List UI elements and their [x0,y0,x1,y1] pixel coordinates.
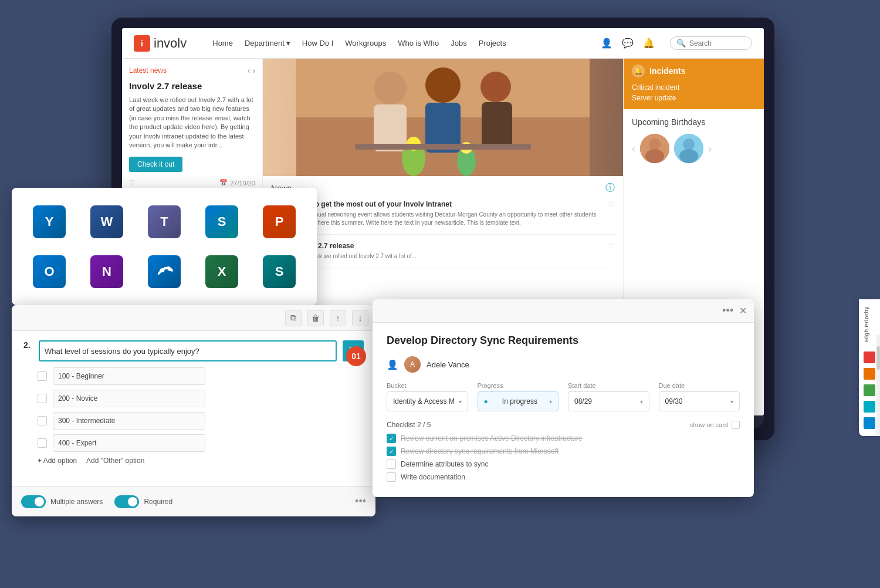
progress-dropdown-arrow: ▾ [549,398,552,405]
birthdays-section: Upcoming Birthdays ‹ [624,109,764,171]
news-item-1: 30 Oct How to get the most out of your I… [271,200,615,235]
incidents-title: Incidents [649,66,685,76]
incident-server[interactable]: Server update [632,93,756,103]
yammer-app-icon[interactable]: Y [33,205,66,238]
nav-jobs[interactable]: Jobs [451,39,466,48]
outlook-app-icon[interactable]: O [33,255,66,288]
nav-projects[interactable]: Projects [479,39,506,48]
priority-color-teal[interactable] [864,401,875,413]
next-article-button[interactable]: › [252,66,255,75]
search-box[interactable]: 🔍 [670,36,752,50]
incidents-section: 🔔 Incidents Critical incident Server upd… [624,59,764,109]
incident-critical[interactable]: Critical incident [632,82,756,93]
start-date-label: Start date [568,382,649,389]
nav-home[interactable]: Home [212,39,233,48]
bucket-field: Bucket Identity & Access M ▾ [387,382,468,411]
option-1-checkbox[interactable] [38,371,47,381]
word-app-icon[interactable]: W [90,205,123,238]
latest-news-nav: ‹ › [248,66,255,75]
prev-article-button[interactable]: ‹ [248,66,251,75]
option-3-label[interactable]: 300 - Intermediate [53,412,205,430]
priority-color-orange[interactable] [864,368,875,380]
move-down-button[interactable]: ↓ [352,310,368,326]
priority-scrollbar-thumb[interactable] [876,346,880,370]
task-modal: ••• ✕ Develop Directory Sync Requirement… [373,299,754,497]
check-it-out-button[interactable]: Check it out [129,157,182,172]
latest-news-header: Latest news ‹ › [129,66,255,75]
delete-question-button[interactable]: 🗑 [307,310,324,326]
question-row: 2. What level of sessions do you typical… [23,340,364,361]
checklist-check-2[interactable]: ✓ [387,447,396,456]
birthday-avatar-1[interactable] [640,134,669,163]
sharepoint2-app-icon[interactable]: S [263,255,296,288]
start-date-dropdown-arrow: ▾ [640,398,643,405]
option-3-checkbox[interactable] [38,416,47,425]
teams-app-icon[interactable]: T [148,205,181,238]
bucket-select[interactable]: Identity & Access M ▾ [387,391,468,411]
due-date-dropdown-arrow: ▾ [730,398,733,405]
survey-more-options[interactable]: ••• [355,495,366,508]
question-text-field[interactable]: What level of sessions do you typically … [39,340,337,361]
powerpoint-app-icon[interactable]: P [263,205,296,238]
svg-point-4 [425,67,461,103]
logo[interactable]: i involv [134,35,187,52]
option-1: 100 - Beginner [38,367,364,385]
option-4-label[interactable]: 400 - Expert [53,434,205,452]
priority-title: High Priority [864,306,875,342]
bucket-dropdown-arrow: ▾ [459,398,462,405]
excel-app-icon[interactable]: X [205,255,238,288]
news-section: News ⓘ 30 Oct How to get the most out of… [263,176,623,281]
multiple-answers-toggle[interactable] [21,495,46,508]
option-2-checkbox[interactable] [38,394,47,403]
copy-question-button[interactable]: ⧉ [285,310,302,326]
carousel-next[interactable]: › [708,143,712,155]
priority-color-red[interactable] [864,352,875,363]
checklist-check-4[interactable] [387,472,396,482]
heart-icon[interactable]: ♡ [129,179,135,187]
start-date-select[interactable]: 08/29 ▾ [568,391,649,411]
due-date-select[interactable]: 09/30 ▾ [659,391,740,411]
trash-icon: 🗑 [312,313,320,323]
checklist-text-4: Write documentation [401,473,465,481]
news-item-title-1[interactable]: How to get the most out of your Involv I… [296,200,602,208]
add-option-button[interactable]: + Add option [38,457,77,465]
task-modal-more[interactable]: ••• [722,305,733,317]
search-input[interactable] [689,39,746,48]
checklist-check-1[interactable]: ✓ [387,434,396,443]
news-info-icon[interactable]: ⓘ [605,182,615,194]
priority-color-blue[interactable] [864,417,875,429]
sharepoint-app-icon[interactable]: S [205,205,238,238]
option-1-label[interactable]: 100 - Beginner [53,367,205,385]
news-like-icon-1[interactable]: ♡ [608,200,615,227]
nav-how-do-i[interactable]: How Do I [302,39,333,48]
checklist-check-3[interactable] [387,459,396,469]
onenote-app-icon[interactable]: N [90,255,123,288]
show-on-card-checkbox[interactable] [732,421,740,429]
onedrive-app-icon[interactable] [148,255,181,288]
article-body: Last week we rolled out Involv 2.7 with … [129,96,255,150]
user-icon[interactable]: 👤 [600,36,614,50]
news-like-icon-2[interactable]: ♡ [608,242,615,261]
arrow-down-icon: ↓ [358,313,363,323]
required-toggle[interactable] [114,495,139,508]
nav-department[interactable]: Department ▾ [245,39,290,48]
progress-field: Progress ● In progress ▾ [478,382,559,411]
option-2-label[interactable]: 200 - Novice [53,390,205,407]
move-up-button[interactable]: ↑ [330,310,346,326]
checklist-text-3: Determine attributes to sync [401,460,488,468]
carousel-prev[interactable]: ‹ [632,143,635,155]
task-modal-close-button[interactable]: ✕ [739,305,747,316]
date-badge: 01 [346,346,366,366]
chat-icon[interactable]: 💬 [621,36,635,50]
nav-who-is-who[interactable]: Who is Who [398,39,439,48]
progress-select[interactable]: ● In progress ▾ [478,391,559,411]
option-4-checkbox[interactable] [38,438,47,448]
priority-color-green[interactable] [864,384,875,396]
arrow-up-icon: ↑ [336,313,340,323]
add-other-option-button[interactable]: Add "Other" option [86,457,144,465]
checklist-text-1: Review current on-premises Active Direct… [401,434,582,442]
nav-workgroups[interactable]: Workgroups [345,39,386,48]
birthday-avatar-2[interactable] [674,134,703,163]
checklist-item-4: Write documentation [387,472,740,482]
bell-icon[interactable]: 🔔 [642,36,656,50]
